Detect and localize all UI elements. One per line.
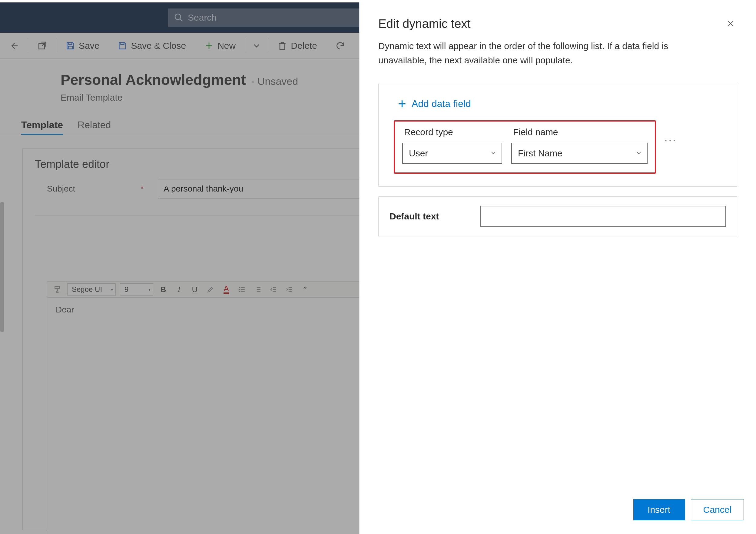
svg-rect-5: [69, 42, 72, 44]
row-more-menu[interactable]: ···: [662, 134, 679, 146]
default-text-label: Default text: [390, 211, 465, 222]
svg-line-1: [180, 19, 182, 21]
search-icon: [174, 13, 183, 22]
save-close-icon: [118, 41, 127, 51]
svg-rect-7: [121, 42, 124, 44]
record-type-dropdown[interactable]: User: [402, 143, 502, 164]
chevron-down-icon: ▾: [111, 287, 113, 292]
close-icon: [726, 19, 735, 28]
new-dropdown[interactable]: [245, 33, 268, 59]
record-type-header: Record type: [404, 127, 502, 137]
font-family-dropdown[interactable]: Segoe UI ▾: [67, 283, 116, 295]
panel-description: Dynamic text will appear in the order of…: [378, 39, 712, 67]
chevron-down-icon: ▾: [148, 287, 150, 292]
page-title-status: - Unsaved: [251, 75, 298, 87]
font-size-dropdown[interactable]: 9 ▾: [120, 283, 153, 295]
open-new-window-button[interactable]: [28, 33, 56, 59]
new-button[interactable]: New: [195, 33, 245, 59]
font-family-value: Segoe UI: [72, 285, 102, 294]
more-icon: ···: [664, 134, 677, 146]
highlight-button[interactable]: [205, 284, 216, 295]
search-placeholder: Search: [188, 13, 217, 23]
delete-label: Delete: [291, 41, 317, 51]
cancel-button[interactable]: Cancel: [691, 499, 744, 520]
save-close-label: Save & Close: [131, 41, 186, 51]
close-button[interactable]: [724, 17, 737, 30]
save-close-button[interactable]: Save & Close: [108, 33, 195, 59]
panel-title: Edit dynamic text: [378, 17, 471, 31]
page-title: Personal Acknowledgment: [61, 72, 246, 88]
delete-button[interactable]: Delete: [268, 33, 326, 59]
svg-point-17: [239, 291, 240, 292]
refresh-button[interactable]: [326, 33, 354, 59]
popout-icon: [37, 41, 47, 51]
plus-icon: +: [398, 97, 406, 111]
back-button[interactable]: [0, 33, 28, 59]
chevron-down-icon: [635, 148, 642, 158]
cancel-label: Cancel: [703, 505, 731, 515]
svg-line-4: [42, 42, 46, 46]
bullet-list-button[interactable]: [236, 284, 248, 295]
data-field-row: Record type User Field name First Name: [394, 120, 656, 174]
save-icon: [66, 41, 75, 51]
insert-label: Insert: [648, 505, 670, 515]
number-list-icon: [254, 286, 262, 294]
default-text-input[interactable]: [480, 206, 726, 227]
field-name-value: First Name: [518, 148, 562, 158]
arrow-left-icon: [9, 41, 19, 51]
blockquote-button[interactable]: ”: [299, 284, 311, 295]
subject-label: Subject: [47, 184, 132, 194]
record-type-value: User: [409, 148, 428, 158]
indent-icon: [285, 286, 293, 294]
field-name-header: Field name: [513, 127, 648, 137]
number-list-button[interactable]: [252, 284, 263, 295]
plus-icon: [204, 41, 214, 51]
font-size-value: 9: [124, 285, 128, 294]
bold-button[interactable]: B: [157, 284, 169, 295]
format-painter-icon: [53, 286, 61, 294]
svg-point-0: [175, 14, 181, 20]
highlight-icon: [206, 286, 214, 294]
richtext-body-text: Dear: [56, 305, 74, 314]
save-label: Save: [79, 41, 99, 51]
outdent-icon: [270, 286, 278, 294]
required-indicator: *: [139, 184, 145, 193]
edit-dynamic-text-panel: Edit dynamic text Dynamic text will appe…: [359, 2, 756, 534]
refresh-icon: [335, 41, 345, 51]
tab-template[interactable]: Template: [21, 118, 63, 135]
add-data-field-label: Add data field: [412, 98, 471, 109]
outdent-button[interactable]: [268, 284, 279, 295]
save-button[interactable]: Save: [56, 33, 108, 59]
svg-rect-6: [68, 46, 72, 49]
tab-related[interactable]: Related: [77, 118, 111, 135]
insert-button[interactable]: Insert: [633, 499, 685, 520]
svg-rect-11: [55, 286, 59, 289]
scrollbar-thumb[interactable]: [0, 202, 4, 332]
format-painter-button[interactable]: [51, 284, 63, 295]
new-label: New: [217, 41, 236, 51]
bullet-list-icon: [238, 286, 246, 294]
underline-button[interactable]: U: [189, 284, 201, 295]
svg-point-16: [239, 289, 240, 290]
chevron-down-icon: [490, 148, 497, 158]
svg-point-15: [239, 287, 240, 288]
font-color-button[interactable]: A: [221, 284, 232, 295]
add-data-field-button[interactable]: + Add data field: [398, 97, 471, 111]
indent-button[interactable]: [284, 284, 295, 295]
svg-rect-10: [280, 43, 285, 49]
chevron-down-icon: [252, 41, 261, 51]
italic-button[interactable]: I: [173, 284, 185, 295]
trash-icon: [278, 41, 287, 51]
field-name-dropdown[interactable]: First Name: [511, 143, 648, 164]
